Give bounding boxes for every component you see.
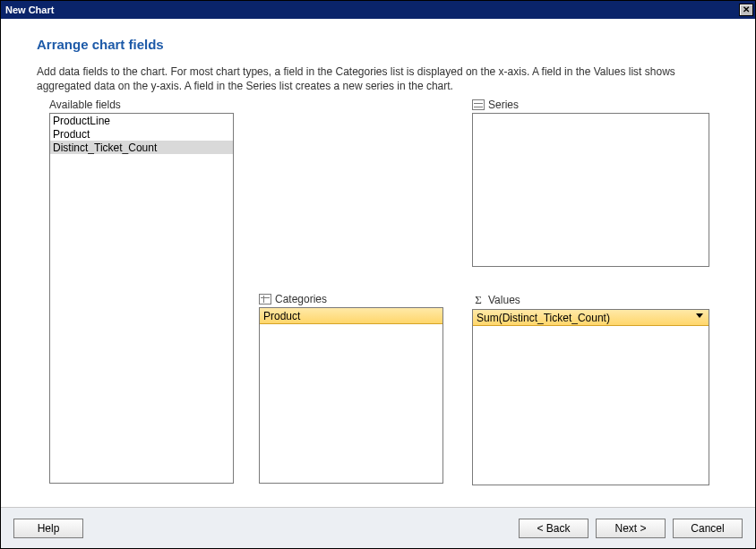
values-field-item[interactable]: Sum(Distinct_Ticket_Count) bbox=[473, 310, 709, 326]
close-icon: ✕ bbox=[743, 5, 750, 14]
values-area: Σ Values Sum(Distinct_Ticket_Count) bbox=[472, 293, 709, 485]
values-label: Σ Values bbox=[472, 293, 709, 307]
wizard-content: Arrange chart fields Add data fields to … bbox=[1, 19, 755, 548]
series-label-text: Series bbox=[488, 99, 519, 111]
series-label: Series bbox=[472, 99, 709, 111]
close-button[interactable]: ✕ bbox=[739, 4, 753, 16]
available-fields-label: Available fields bbox=[49, 99, 234, 111]
wizard-footer: Help < Back Next > Cancel bbox=[1, 507, 755, 548]
next-button[interactable]: Next > bbox=[596, 519, 666, 538]
series-icon bbox=[472, 99, 485, 110]
chevron-down-icon[interactable] bbox=[696, 313, 703, 318]
available-field-item[interactable]: ProductLine bbox=[50, 114, 233, 127]
available-field-item[interactable]: Distinct_Ticket_Count bbox=[50, 141, 233, 154]
window-title: New Chart bbox=[5, 4, 54, 15]
values-label-text: Values bbox=[488, 294, 520, 306]
categories-label: Categories bbox=[259, 293, 443, 305]
series-area: Series bbox=[472, 99, 709, 267]
categories-area: Categories Product bbox=[259, 293, 443, 484]
values-dropzone[interactable]: Sum(Distinct_Ticket_Count) bbox=[472, 309, 709, 485]
cancel-button[interactable]: Cancel bbox=[673, 519, 743, 538]
back-button[interactable]: < Back bbox=[519, 519, 588, 538]
available-field-item[interactable]: Product bbox=[50, 127, 233, 141]
categories-label-text: Categories bbox=[275, 293, 327, 305]
categories-icon bbox=[259, 294, 271, 305]
help-button[interactable]: Help bbox=[13, 519, 83, 538]
sigma-icon: Σ bbox=[472, 293, 485, 307]
available-fields-area: Available fields ProductLineProductDisti… bbox=[49, 99, 234, 484]
title-bar: New Chart ✕ bbox=[1, 1, 755, 19]
values-field-text: Sum(Distinct_Ticket_Count) bbox=[477, 312, 610, 324]
categories-dropzone[interactable]: Product bbox=[259, 307, 443, 484]
categories-field-item[interactable]: Product bbox=[260, 308, 442, 324]
page-title: Arrange chart fields bbox=[37, 37, 719, 52]
available-fields-list[interactable]: ProductLineProductDistinct_Ticket_Count bbox=[49, 113, 234, 484]
page-description: Add data fields to the chart. For most c… bbox=[37, 64, 719, 93]
series-dropzone[interactable] bbox=[472, 113, 709, 267]
field-layout: Available fields ProductLineProductDisti… bbox=[37, 99, 717, 484]
